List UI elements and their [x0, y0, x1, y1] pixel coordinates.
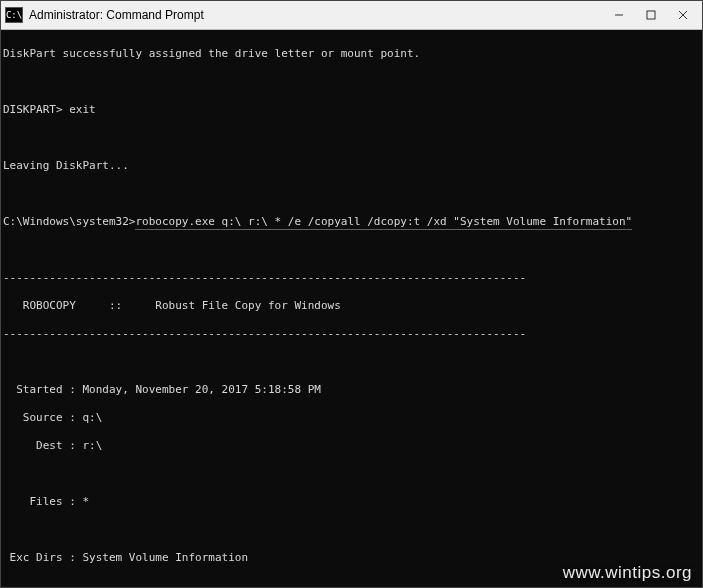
titlebar[interactable]: C:\ Administrator: Command Prompt [1, 1, 702, 30]
line-source: Source : q:\ [3, 411, 698, 425]
line-started: Started : Monday, November 20, 2017 5:18… [3, 383, 698, 397]
titlebar-left: C:\ Administrator: Command Prompt [5, 7, 204, 23]
window-controls [612, 8, 696, 22]
command-prompt-window: C:\ Administrator: Command Prompt DiskPa… [0, 0, 703, 588]
line-dest: Dest : r:\ [3, 439, 698, 453]
cmd-icon: C:\ [5, 7, 23, 23]
terminal-area[interactable]: DiskPart successfully assigned the drive… [1, 29, 702, 587]
line-command: C:\Windows\system32>robocopy.exe q:\ r:\… [3, 215, 698, 229]
close-icon[interactable] [676, 8, 690, 22]
dash-line: ----------------------------------------… [3, 271, 698, 285]
dash-line: ----------------------------------------… [3, 327, 698, 341]
line-diskpart-success: DiskPart successfully assigned the drive… [3, 47, 698, 61]
robocopy-header: ROBOCOPY :: Robust File Copy for Windows [3, 299, 698, 313]
highlighted-command: robocopy.exe q:\ r:\ * /e /copyall /dcop… [135, 215, 632, 230]
line-diskpart-exit: DISKPART> exit [3, 103, 698, 117]
minimize-icon[interactable] [612, 8, 626, 22]
watermark: www.wintips.org [563, 563, 692, 583]
maximize-icon[interactable] [644, 8, 658, 22]
line-files: Files : * [3, 495, 698, 509]
svg-rect-1 [647, 11, 655, 19]
window-title: Administrator: Command Prompt [29, 8, 204, 22]
line-leaving: Leaving DiskPart... [3, 159, 698, 173]
